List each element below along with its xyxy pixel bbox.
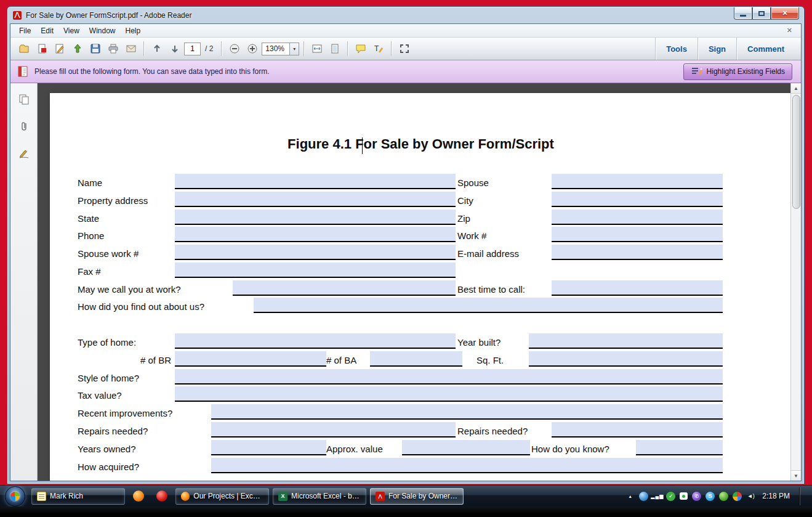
maximize-button[interactable] [752,7,771,20]
create-pdf-button[interactable] [33,41,50,57]
field-call-at-work[interactable] [233,280,456,296]
menu-help[interactable]: Help [121,25,146,36]
notepad-icon [37,492,46,501]
field-spouse-work[interactable] [175,245,456,260]
tray-messenger-icon[interactable] [680,492,688,500]
field-name[interactable] [175,174,456,189]
field-br[interactable] [175,351,326,367]
taskbar-clock[interactable]: 2:18 PM [762,492,790,500]
print-button[interactable] [105,41,121,57]
document-area[interactable]: Figure 4.1 For Sale by Owner Form/Script… [38,83,790,481]
highlight-text-button[interactable]: T [370,41,387,57]
scroll-up-button[interactable]: ▲ [791,83,801,94]
label-repairs-needed: Repairs needed? [78,426,148,436]
start-button[interactable] [5,486,25,507]
label-name: Name [78,177,102,188]
field-repairs-needed-2[interactable] [552,422,723,438]
show-desktop-button[interactable] [799,487,806,505]
fullscreen-button[interactable] [396,41,412,57]
pinned-app-button-2[interactable] [151,488,173,505]
field-sqft[interactable] [529,351,723,367]
label-repairs-needed-2: Repairs needed? [457,426,528,436]
tray-network-globe-icon[interactable] [639,492,648,501]
menu-view[interactable]: View [58,25,84,36]
field-best-time[interactable] [552,280,723,296]
field-ba[interactable] [370,351,462,367]
field-property-address[interactable] [175,192,456,207]
scroll-down-button[interactable]: ▼ [791,470,801,481]
page-number-input[interactable] [184,43,201,55]
taskbar-item-mark-rich[interactable]: Mark Rich [31,488,125,505]
navigation-pane [10,83,38,481]
field-years-owned[interactable] [211,440,326,455]
field-style-of-home[interactable] [175,369,723,385]
field-city[interactable] [552,192,723,207]
zoom-out-button[interactable] [226,41,243,57]
close-button[interactable]: ✕ [771,7,799,20]
field-recent-improvements[interactable] [211,404,723,420]
tools-tab[interactable]: Tools [655,38,697,60]
sign-tab[interactable]: Sign [697,38,736,60]
tray-pinwheel-icon[interactable] [733,492,742,501]
next-page-button[interactable] [166,41,183,57]
menu-file[interactable]: File [14,25,36,36]
tray-viber-icon[interactable]: ✆ [692,492,701,501]
fit-width-button[interactable] [308,41,325,57]
taskbar-item-firefox[interactable]: Our Projects | Excel ... [175,488,269,505]
minimize-button[interactable] [734,7,752,20]
signatures-panel-button[interactable] [15,145,33,162]
open-button[interactable] [15,41,32,57]
field-year-built[interactable] [529,333,723,349]
highlight-existing-fields-button[interactable]: Highlight Existing Fields [683,63,792,80]
menubar-close-icon[interactable]: ✕ [782,26,797,35]
comment-bubble-icon [355,43,366,54]
share-button[interactable] [69,41,86,57]
tray-signal-bars-icon[interactable]: ▂▄▆ [653,492,662,501]
taskbar-item-adobe-reader[interactable]: For Sale by Owner Fo... [370,488,464,505]
field-phone[interactable] [175,227,456,242]
zoom-in-button[interactable] [244,41,260,57]
label-how-found: How did you find out about us? [78,301,204,312]
field-zip[interactable] [552,210,723,225]
sign-pen-button[interactable] [51,41,68,57]
pinned-app-button-1[interactable] [127,488,150,505]
field-email[interactable] [552,245,723,260]
titlebar[interactable]: For Sale by Owner FormScript.pdf - Adobe… [7,7,804,23]
field-tax-value[interactable] [175,386,723,402]
vertical-scrollbar[interactable]: ▲ ▼ [790,83,801,481]
page-thumbnails-button[interactable] [15,91,33,108]
field-spouse[interactable] [552,174,723,189]
fit-page-button[interactable] [326,41,343,57]
field-how-found[interactable] [254,298,723,313]
previous-page-button[interactable] [148,41,165,57]
menu-edit[interactable]: Edit [36,25,58,36]
label-tax-value: Tax value? [78,390,122,401]
attachments-button[interactable] [15,118,33,135]
field-type-of-home[interactable] [175,333,456,349]
chevron-down-icon[interactable]: ▾ [289,43,299,55]
sticky-note-button[interactable] [352,41,369,57]
tray-volume-icon[interactable]: ◄) [746,492,755,501]
paperclip-icon [18,121,30,132]
tray-skype-icon[interactable]: S [705,492,715,501]
field-how-acquired[interactable] [211,458,723,473]
tray-antivirus-icon[interactable] [719,492,728,501]
zoom-level-select[interactable]: 130% ▾ [262,43,299,55]
comment-tab[interactable]: Comment [736,38,795,60]
label-years-owned: Years owned? [78,444,136,454]
field-state[interactable] [175,210,456,225]
field-how-know[interactable] [636,440,723,455]
field-approx-value[interactable] [402,440,530,455]
label-approx-value: Approx. value [326,444,383,454]
field-work[interactable] [552,227,723,242]
scrollbar-thumb[interactable] [792,95,800,209]
menu-window[interactable]: Window [84,25,121,36]
field-repairs-needed[interactable] [211,422,456,438]
fullscreen-icon [399,43,410,54]
field-fax[interactable] [175,263,456,278]
email-button[interactable] [123,41,139,57]
tray-update-check-icon[interactable]: ✓ [666,492,675,501]
taskbar-item-excel[interactable]: X Microsoft Excel - bes... [273,488,366,505]
save-button[interactable] [87,41,103,57]
tray-overflow-chevron-icon[interactable]: ▲ [625,492,635,501]
